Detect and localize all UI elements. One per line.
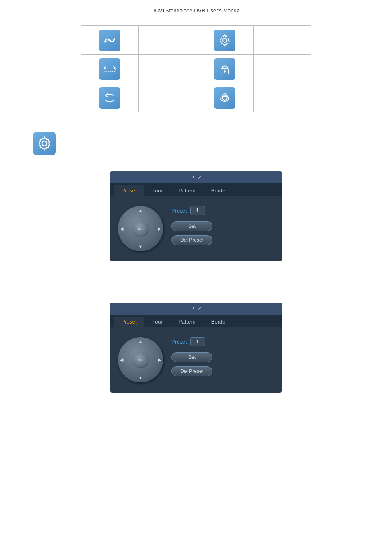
tab-tour-2[interactable]: Tour bbox=[145, 317, 170, 327]
icon-cell-gear bbox=[196, 26, 254, 55]
page-title: DCVI Standalone DVR User's Manual bbox=[151, 7, 241, 14]
icon-row-1 bbox=[81, 26, 311, 55]
tab-pattern-1[interactable]: Pattern bbox=[171, 185, 203, 196]
dpad-up-1[interactable]: ▲ bbox=[138, 208, 143, 213]
tab-preset-1[interactable]: Preset bbox=[114, 185, 144, 196]
ptz-right-1: Preset 1 Set Del Preset bbox=[171, 202, 278, 245]
tab-tour-1[interactable]: Tour bbox=[145, 185, 170, 196]
dpad-down-1[interactable]: ▼ bbox=[138, 244, 143, 249]
tab-pattern-2[interactable]: Pattern bbox=[171, 317, 203, 327]
icon-cell-lock bbox=[196, 55, 254, 83]
dpad-right-1[interactable]: ▶ bbox=[158, 226, 161, 231]
icon-cell-empty-1 bbox=[138, 26, 196, 55]
dpad-left-1[interactable]: ◀ bbox=[120, 226, 123, 231]
icon-cell-flip bbox=[81, 83, 139, 112]
ptz-body-1: ▲ ▼ ◀ ▶ SIT Preset 1 Set Del Preset bbox=[110, 196, 282, 261]
flip-icon bbox=[99, 87, 120, 109]
ptz-panel-2: PTZ Preset Tour Pattern Border ▲ ▼ ◀ ▶ S… bbox=[110, 303, 282, 393]
gear-large-icon bbox=[33, 132, 56, 155]
dpad-right-2[interactable]: ▶ bbox=[158, 357, 161, 363]
lock-icon bbox=[214, 58, 235, 80]
icon-cell-empty-4 bbox=[254, 55, 311, 83]
set-button-1[interactable]: Set bbox=[171, 221, 212, 231]
preset-row-1: Preset 1 bbox=[171, 206, 278, 215]
dpad-left-2[interactable]: ◀ bbox=[120, 357, 123, 363]
gear-icon-grid bbox=[214, 30, 235, 51]
page-header: DCVI Standalone DVR User's Manual bbox=[0, 0, 392, 18]
ptz-panel-1-container: PTZ Preset Tour Pattern Border ▲ ▼ ◀ ▶ S… bbox=[110, 171, 282, 261]
ptz-tabs-2: Preset Tour Pattern Border bbox=[110, 314, 282, 327]
dpad-center-2[interactable]: SIT bbox=[133, 352, 148, 367]
preset-row-2: Preset 1 bbox=[171, 337, 278, 346]
dpad-1: ▲ ▼ ◀ ▶ SIT bbox=[118, 206, 163, 251]
ptz-title-1: PTZ bbox=[110, 171, 282, 183]
tab-border-2[interactable]: Border bbox=[204, 317, 235, 327]
dpad-2: ▲ ▼ ◀ ▶ SIT bbox=[118, 337, 163, 382]
preset-label-1: Preset bbox=[171, 208, 187, 214]
preset-label-2: Preset bbox=[171, 339, 187, 345]
ptz-panel-2-container: PTZ Preset Tour Pattern Border ▲ ▼ ◀ ▶ S… bbox=[110, 303, 282, 393]
del-preset-button-1[interactable]: Del Preset bbox=[171, 235, 212, 245]
svg-point-7 bbox=[224, 95, 226, 97]
preset-input-2[interactable]: 1 bbox=[190, 337, 205, 346]
ptz-tabs-1: Preset Tour Pattern Border bbox=[110, 183, 282, 196]
dpad-center-1[interactable]: SIT bbox=[133, 221, 148, 236]
svg-point-0 bbox=[223, 38, 227, 42]
ptz-title-2: PTZ bbox=[110, 303, 282, 314]
icon-cell-arrows bbox=[81, 55, 139, 83]
icon-cell-empty-3 bbox=[138, 55, 196, 83]
icon-row-3 bbox=[81, 83, 311, 112]
tab-border-1[interactable]: Border bbox=[204, 185, 235, 196]
ptz-right-2: Preset 1 Set Del Preset bbox=[171, 333, 278, 376]
icon-cell-wave bbox=[81, 26, 139, 55]
shadow-icon bbox=[214, 87, 235, 109]
arrows-icon bbox=[99, 58, 120, 80]
icon-grid bbox=[81, 25, 311, 112]
ptz-body-2: ▲ ▼ ◀ ▶ SIT Preset 1 Set Del Preset bbox=[110, 327, 282, 393]
preset-input-1[interactable]: 1 bbox=[190, 206, 205, 215]
wave-icon bbox=[99, 30, 120, 51]
icon-cell-empty-2 bbox=[254, 26, 311, 55]
dpad-down-2[interactable]: ▼ bbox=[138, 375, 143, 380]
del-preset-button-2[interactable]: Del Preset bbox=[171, 366, 212, 376]
ptz-panel-1: PTZ Preset Tour Pattern Border ▲ ▼ ◀ ▶ S… bbox=[110, 171, 282, 261]
icon-cell-empty-5 bbox=[138, 83, 196, 112]
set-button-2[interactable]: Set bbox=[171, 352, 212, 362]
tab-preset-2[interactable]: Preset bbox=[114, 317, 144, 327]
svg-point-8 bbox=[42, 141, 47, 146]
svg-point-3 bbox=[224, 70, 226, 72]
icon-cell-shadow bbox=[196, 83, 254, 112]
icon-row-2 bbox=[81, 55, 311, 83]
dpad-up-2[interactable]: ▲ bbox=[138, 339, 143, 344]
icon-cell-empty-6 bbox=[254, 83, 311, 112]
